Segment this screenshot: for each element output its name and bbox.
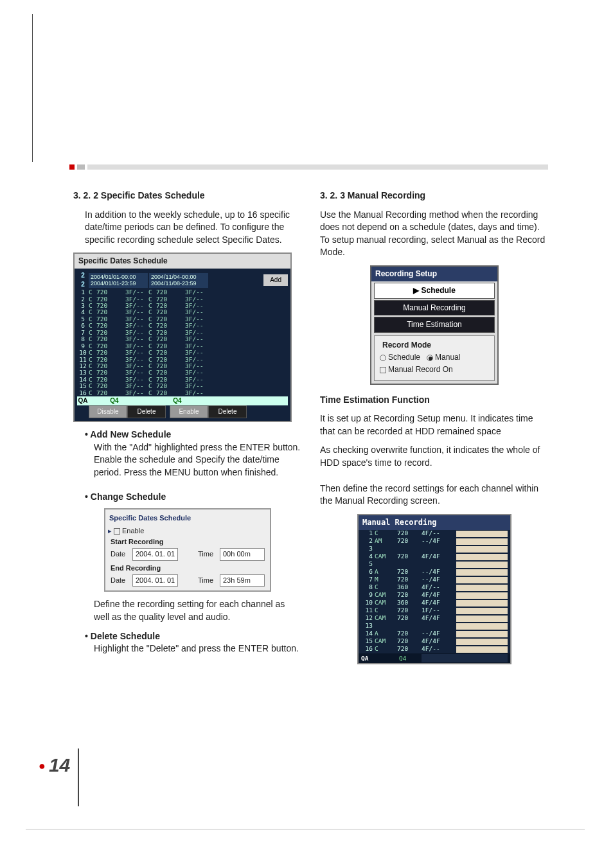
sds-row: 15C7203F/--C7203F/-- [77,383,288,389]
dlg-enable-row[interactable]: Enable [108,526,267,536]
left-intro: In addition to the weekly schedule, up t… [73,209,302,247]
mr-row: 9CAM7204F/4F [359,592,510,599]
margin-rule [32,14,33,162]
bullet-add-title: Add New Schedule [73,429,302,441]
rs-chk-manual-on[interactable]: Manual Record On [380,364,489,375]
rs-item-manual[interactable]: Manual Recording [374,300,495,316]
dlg-date-label-2: Date [111,576,130,585]
rs-title: Recording Setup [371,267,497,281]
mr-row: 7M720--/4F [359,576,510,584]
dlg-time-label-1: Time [198,549,217,559]
mr-title: Manual Recording [359,515,510,530]
mr-row: 3 [359,545,510,553]
sds-row: 12C7203F/--C7203F/-- [77,363,288,369]
bullet-change-body: Define the recording setting for each ch… [73,598,302,623]
dlg-start-label: Start Recording [108,537,267,547]
left-column: 3. 2. 2 Specific Dates Schedule In addit… [73,190,302,664]
mr-row: 5 [359,561,510,569]
sds-row: 1C7203F/--C7203F/-- [77,289,288,296]
mr-row: 12CAM7204F/4F [359,615,510,623]
sds-delete-button-a[interactable]: Delete [127,405,166,418]
sds-qa-label: QA [77,396,89,405]
sds-row: 2C7203F/--C7203F/-- [77,296,288,303]
sds-delete-button-b[interactable]: Delete [208,405,247,418]
mr-row: 8C3604F/-- [359,584,510,592]
sds-row: 6C7203F/--C7203F/-- [77,323,288,329]
sds-sel-bot: 2 [81,281,85,288]
sds-row: 3C7203F/--C7203F/-- [77,303,288,309]
dlg-end-label: End Recording [108,563,267,573]
mr-row: 2AM720--/4F [359,538,510,545]
bullet-delete-title: Delete Schedule [73,630,302,643]
mr-row: 13 [359,623,510,630]
bullet-delete-body: Highlight the "Delete" and press the ENT… [73,642,302,655]
dlg-end-time[interactable]: 23h 59m [220,574,265,587]
sds-row: 16C7203F/--C7203F/-- [77,390,288,396]
time-est-body1: It is set up at Recording Setup menu. It… [320,412,549,438]
sds-row: 11C7203F/--C7203F/-- [77,357,288,363]
change-schedule-dialog: Specific Dates Schedule Enable Start Rec… [104,508,271,592]
sds-hdr-b1: 2004/11/04-00:00 [151,274,206,280]
sds-qa-b: Q4 [152,396,203,405]
then-body: Then define the record settings for each… [320,483,549,508]
left-heading: 3. 2. 2 Specific Dates Schedule [73,190,302,202]
sds-row: 10C7203F/--C7203F/-- [77,350,288,356]
header-accent [69,164,548,170]
mr-qa-val: Q4 [397,654,422,662]
page-bullet-icon [39,754,49,775]
sds-row: 4C7203F/--C7203F/-- [77,309,288,315]
mr-row: 16C7204F/-- [359,646,510,653]
sds-enable-button[interactable]: Enable [170,405,208,418]
mr-row: 11C7201F/-- [359,607,510,615]
dlg-start-time[interactable]: 00h 00m [220,548,265,560]
sds-disable-button[interactable]: Disable [89,405,127,418]
dlg-end-date[interactable]: 2004. 01. 01 [132,574,178,587]
recording-setup-figure: Recording Setup Schedule Manual Recordin… [370,265,499,385]
rs-group-legend: Record Mode [380,340,434,351]
mr-row: 4CAM7204F/4F [359,553,510,561]
time-est-heading: Time Estimation Function [320,394,549,407]
sds-hdr-b2: 2004/11/08-23:59 [151,280,206,287]
right-heading: 3. 2. 3 Manual Recording [320,190,549,202]
rs-item-schedule[interactable]: Schedule [374,283,495,299]
content-columns: 3. 2. 2 Specific Dates Schedule In addit… [73,190,549,664]
sds-add-button[interactable]: Add [263,274,288,286]
sds-row: 5C7203F/--C7203F/-- [77,316,288,323]
dlg-enable-label: Enable [122,527,144,535]
mr-row: 10CAM3604F/4F [359,599,510,607]
footer-rule [26,829,585,829]
sds-row: 14C7203F/--C7203F/-- [77,376,288,383]
bullet-change-title: Change Schedule [73,491,302,504]
right-column: 3. 2. 3 Manual Recording Use the Manual … [320,190,549,664]
dlg-time-label-2: Time [198,576,217,585]
sds-row: 8C7203F/--C7203F/-- [77,336,288,342]
sds-row: 7C7203F/--C7203F/-- [77,330,288,336]
mr-row: 15CAM7204F/4F [359,638,510,646]
mr-qa-label: QA [361,654,373,662]
page-number: 14 [39,748,79,806]
sds-sel-top: 2 [81,272,85,279]
sds-row: 13C7203F/--C7203F/-- [77,369,288,376]
dlg-title: Specific Dates Schedule [108,512,267,526]
dlg-start-date[interactable]: 2004. 01. 01 [132,548,178,560]
mr-row: 1C7204F/-- [359,530,510,538]
mr-row: 6A720--/4F [359,569,510,576]
sds-qa-a: Q4 [89,396,140,405]
dlg-date-label-1: Date [111,549,130,559]
sds-hdr-a1: 2004/01/01-00:00 [91,274,146,280]
specific-dates-figure: Specific Dates Schedule 22 2004/01/01-00… [73,252,292,422]
right-intro: Use the Manual Recording method when the… [320,209,549,259]
time-est-body2: As checking overwrite function, it indic… [320,444,549,469]
rs-opt-schedule[interactable]: Schedule Manual [380,352,489,363]
bullet-add-body: With the "Add" highlighted press the ENT… [73,441,302,479]
mr-row: 14A720--/4F [359,630,510,638]
manual-recording-figure: Manual Recording 1C7204F/--2AM720--/4F34… [357,514,511,664]
sds-title: Specific Dates Schedule [75,254,290,269]
sds-hdr-a2: 2004/01/01-23:59 [91,280,146,287]
rs-item-time[interactable]: Time Estimation [374,317,495,333]
sds-row: 9C7203F/--C7203F/-- [77,343,288,350]
